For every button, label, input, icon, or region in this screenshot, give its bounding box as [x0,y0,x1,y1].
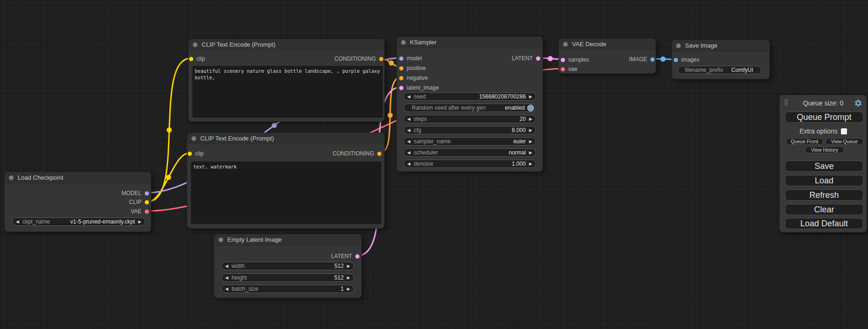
save-button[interactable]: Save [785,161,863,172]
clip-port-dot[interactable] [189,57,193,61]
output-clip[interactable]: CLIP [129,199,149,205]
output-latent[interactable]: LATENT [331,253,360,259]
latent-port-dot[interactable] [536,56,540,61]
left-arrow-icon[interactable]: ◀ [16,220,19,224]
queue-front-button[interactable]: Queue Front [786,138,823,145]
left-arrow-icon[interactable]: ◀ [407,117,410,121]
refresh-button[interactable]: Refresh [785,189,863,201]
node-title-bar[interactable]: CLIP Text Encode (Prompt) [187,133,384,144]
node-title-bar[interactable]: Empty Latent Image [214,234,361,245]
prompt-textarea[interactable]: beautiful scenery nature glass bottle la… [192,66,383,118]
load-default-button[interactable]: Load Default [785,218,863,229]
view-history-button[interactable]: View History [805,147,844,153]
input-latent-image[interactable]: latent_image [399,84,439,91]
model-port-dot[interactable] [145,191,149,196]
conditioning-port-dot[interactable] [399,76,403,80]
node-vae-decode[interactable]: VAE Decode samples vae IMAGE [558,38,656,74]
input-vae[interactable]: vae [561,66,577,72]
latent-port-dot[interactable] [355,254,360,259]
collapse-dot[interactable] [563,42,568,47]
steps-widget[interactable]: ◀ steps 20 ▶ [403,115,536,123]
node-title-bar[interactable]: Save Image [672,40,769,51]
right-arrow-icon[interactable]: ▶ [138,220,141,224]
right-arrow-icon[interactable]: ▶ [347,276,350,280]
input-clip[interactable]: clip [188,150,204,157]
right-arrow-icon[interactable]: ▶ [529,95,532,99]
collapse-dot[interactable] [9,175,14,180]
clip-port-dot[interactable] [188,152,192,156]
conditioning-port-dot[interactable] [379,57,383,61]
right-arrow-icon[interactable]: ▶ [529,128,532,133]
node-load-checkpoint[interactable]: Load Checkpoint MODEL CLIP VAE ◀ ckpt_na… [4,172,151,232]
left-arrow-icon[interactable]: ◀ [407,128,410,133]
node-ksampler[interactable]: KSampler model positive negative latent_… [396,36,543,172]
batch-size-widget[interactable]: ◀ batch_size 1 ▶ [221,285,354,293]
right-arrow-icon[interactable]: ▶ [529,117,532,121]
latent-port-dot[interactable] [399,86,403,90]
left-arrow-icon[interactable]: ◀ [225,276,228,280]
filename-prefix-widget[interactable]: filename_prefix ComfyUI [677,66,762,74]
seed-widget[interactable]: ◀ seed 156680208700286 ▶ [403,92,536,101]
latent-port-dot[interactable] [561,58,565,62]
right-arrow-icon[interactable]: ▶ [529,140,532,144]
output-model[interactable]: MODEL [121,190,149,196]
input-positive[interactable]: positive [399,65,426,71]
left-arrow-icon[interactable]: ◀ [407,162,410,166]
toggle-knob[interactable] [527,105,534,112]
collapse-dot[interactable] [191,136,196,141]
input-images[interactable]: images [674,56,699,63]
node-save-image[interactable]: Save Image images filename_prefix ComfyU… [671,40,770,79]
output-conditioning[interactable]: CONDITIONING [332,150,381,157]
sampler-name-widget[interactable]: ◀ sampler_name euler ▶ [403,137,536,146]
right-arrow-icon[interactable]: ▶ [529,162,532,166]
output-image[interactable]: IMAGE [629,56,655,63]
output-latent[interactable]: LATENT [512,55,540,62]
right-arrow-icon[interactable]: ▶ [529,151,532,155]
collapse-dot[interactable] [219,238,223,242]
queue-prompt-button[interactable]: Queue Prompt [785,112,863,123]
node-title-bar[interactable]: Load Checkpoint [5,172,151,183]
queue-panel[interactable]: ⣿ Queue size: 0 Queue Prompt Extra optio… [779,95,867,232]
width-widget[interactable]: ◀ width 512 ▶ [221,262,354,270]
output-conditioning[interactable]: CONDITIONING [334,56,383,62]
input-samples[interactable]: samples [561,56,589,63]
left-arrow-icon[interactable]: ◀ [225,287,228,291]
cfg-widget[interactable]: ◀ cfg 8.000 ▶ [403,126,536,134]
collapse-dot[interactable] [193,42,198,47]
left-arrow-icon[interactable]: ◀ [407,140,410,144]
node-title-bar[interactable]: VAE Decode [559,39,656,50]
left-arrow-icon[interactable]: ◀ [407,151,410,155]
input-clip[interactable]: clip [189,56,205,62]
node-empty-latent-image[interactable]: Empty Latent Image LATENT ◀ width 512 ▶ … [214,234,362,298]
model-port-dot[interactable] [399,56,403,61]
input-negative[interactable]: negative [399,75,428,81]
comfyui-canvas[interactable]: { "colors": { "model": "#B39DDB", "clip"… [0,0,868,329]
output-vae[interactable]: VAE [131,208,149,215]
load-button[interactable]: Load [785,175,863,186]
denoise-widget[interactable]: ◀ denoise 1.000 ▶ [403,160,536,168]
view-queue-button[interactable]: View Queue [826,138,863,145]
height-widget[interactable]: ◀ height 512 ▶ [221,273,354,282]
random-seed-toggle-widget[interactable]: Random seed after every gen enabled [403,104,536,112]
collapse-dot[interactable] [676,43,681,48]
node-clip-text-encode-negative[interactable]: CLIP Text Encode (Prompt) clip CONDITION… [187,133,385,229]
node-title-bar[interactable]: CLIP Text Encode (Prompt) [189,39,384,50]
right-arrow-icon[interactable]: ▶ [347,287,350,291]
conditioning-port-dot[interactable] [399,66,403,70]
node-title-bar[interactable]: KSampler [397,37,543,48]
input-model[interactable]: model [399,55,422,62]
image-port-dot[interactable] [674,58,678,62]
vae-port-dot[interactable] [145,210,149,214]
left-arrow-icon[interactable]: ◀ [225,264,228,268]
node-clip-text-encode-positive[interactable]: CLIP Text Encode (Prompt) clip CONDITION… [188,39,385,122]
scheduler-widget[interactable]: ◀ scheduler normal ▶ [403,148,536,157]
clip-port-dot[interactable] [145,200,149,204]
collapse-dot[interactable] [401,40,406,45]
conditioning-port-dot[interactable] [377,152,381,156]
prompt-textarea[interactable]: text, watermark [191,161,381,224]
ckpt-name-widget[interactable]: ◀ ckpt_name v1-5-pruned-emaonly.ckpt ▶ [12,217,145,226]
left-arrow-icon[interactable]: ◀ [407,95,410,99]
right-arrow-icon[interactable]: ▶ [347,264,350,268]
extra-options-checkbox[interactable] [841,128,847,134]
settings-gear-icon[interactable] [854,99,862,107]
